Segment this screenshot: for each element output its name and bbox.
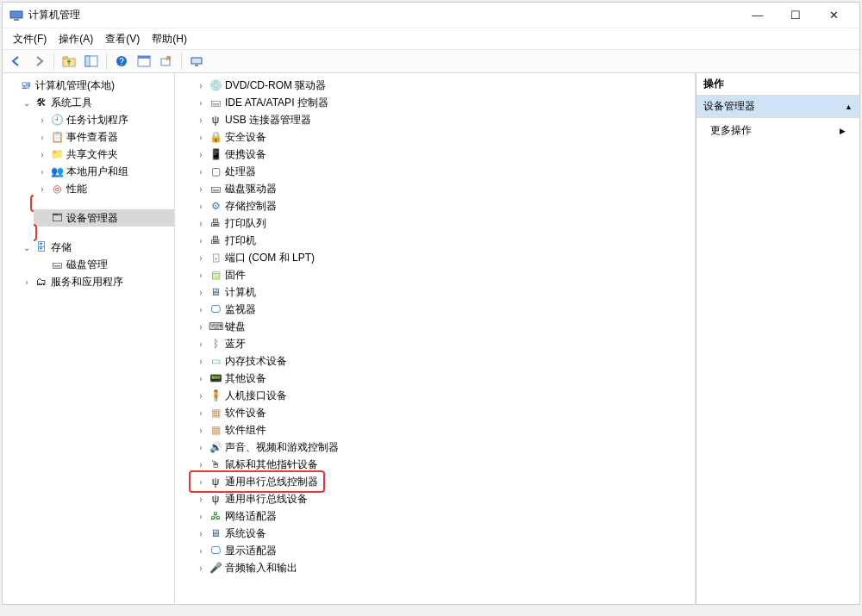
device-category[interactable]: ›⌺端口 (COM 和 LPT) <box>192 249 695 266</box>
device-category[interactable]: ›▦软件组件 <box>192 421 695 439</box>
menu-action[interactable]: 操作(A) <box>53 30 98 48</box>
device-category[interactable]: ›🔊声音、视频和游戏控制器 <box>192 439 695 456</box>
close-button[interactable]: ✕ <box>815 3 853 28</box>
minimize-button[interactable]: — <box>739 3 777 28</box>
device-category[interactable]: ›🔒安全设备 <box>192 128 695 146</box>
device-category[interactable]: ›ᛒ蓝牙 <box>192 335 695 352</box>
device-category-icon: 🖵 <box>209 544 222 557</box>
expand-icon[interactable]: › <box>196 236 206 246</box>
device-category[interactable]: ›🖥计算机 <box>192 283 695 301</box>
tree-task-scheduler[interactable]: › 🕘 任务计划程序 <box>34 111 174 128</box>
show-connections-button[interactable] <box>186 52 207 71</box>
actions-section-label: 设备管理器 <box>703 99 755 114</box>
tree-performance[interactable]: › ◎ 性能 <box>34 180 174 197</box>
tree-system-tools[interactable]: ⌄ 🛠 系统工具 <box>18 94 174 111</box>
device-category[interactable]: ›▭内存技术设备 <box>192 352 695 370</box>
device-category[interactable]: ›▦软件设备 <box>192 404 695 421</box>
expand-icon[interactable]: › <box>196 219 206 228</box>
collapse-icon[interactable]: ⌄ <box>22 243 32 252</box>
device-category[interactable]: ›🖴IDE ATA/ATAPI 控制器 <box>192 94 695 111</box>
expand-icon[interactable]: › <box>196 408 206 418</box>
device-category[interactable]: ›🎤音频输入和输出 <box>192 559 695 576</box>
tree-disk-management[interactable]: 🖴 磁盘管理 <box>34 256 174 273</box>
expand-icon[interactable]: › <box>196 305 206 314</box>
tree-root-computer-management[interactable]: 🖳 计算机管理(本地) <box>3 77 174 94</box>
expand-icon[interactable]: › <box>37 184 47 194</box>
maximize-button[interactable]: ☐ <box>777 3 815 28</box>
expand-icon[interactable]: › <box>196 81 206 90</box>
tree-services-apps[interactable]: › 🗂 服务和应用程序 <box>18 273 174 290</box>
expand-icon[interactable]: › <box>37 150 47 159</box>
expand-icon[interactable]: › <box>196 546 206 556</box>
actions-more[interactable]: 更多操作 ▶ <box>696 118 859 143</box>
tree-local-users-groups[interactable]: › 👥 本地用户和组 <box>34 163 174 180</box>
tree-storage[interactable]: ⌄ 🗄 存储 <box>18 239 174 256</box>
tree-event-viewer[interactable]: › 📋 事件查看器 <box>34 128 174 146</box>
menu-file[interactable]: 文件(F) <box>8 30 52 48</box>
expand-icon[interactable]: › <box>37 133 47 142</box>
device-category[interactable]: ›ψ通用串行总线控制器 <box>192 473 322 490</box>
device-category[interactable]: ›▤固件 <box>192 266 695 283</box>
device-category[interactable]: ›📱便携设备 <box>192 146 695 163</box>
expand-icon[interactable]: › <box>196 202 206 211</box>
device-category[interactable]: ›🖶打印机 <box>192 232 695 249</box>
expand-icon[interactable]: › <box>196 391 206 401</box>
device-category[interactable]: ›🖶打印队列 <box>192 215 695 232</box>
show-hide-tree-button[interactable] <box>81 52 102 71</box>
expand-icon[interactable]: › <box>196 426 206 435</box>
device-category[interactable]: ›▢处理器 <box>192 163 695 180</box>
device-category[interactable]: ›🧍人机接口设备 <box>192 387 695 404</box>
expand-icon[interactable]: › <box>196 184 206 194</box>
device-category-icon: ▤ <box>209 268 222 282</box>
expand-icon[interactable]: › <box>196 339 206 349</box>
expand-icon[interactable]: › <box>196 115 206 125</box>
expand-icon[interactable]: › <box>196 477 206 487</box>
expand-icon[interactable]: › <box>196 253 206 263</box>
tree-label: 存储 <box>51 240 72 255</box>
device-category[interactable]: ›🖧网络适配器 <box>192 507 695 525</box>
expand-icon[interactable]: › <box>196 271 206 280</box>
menu-help[interactable]: 帮助(H) <box>147 30 192 48</box>
device-category[interactable]: ›⚙存储控制器 <box>192 197 695 215</box>
device-category-label: 打印队列 <box>225 216 266 231</box>
device-category[interactable]: ›📟其他设备 <box>192 370 695 387</box>
tree-device-manager[interactable]: 🗔 设备管理器 <box>34 209 174 227</box>
device-category[interactable]: ›🖵监视器 <box>192 301 695 318</box>
expand-icon[interactable]: › <box>196 167 206 177</box>
expand-icon[interactable]: › <box>196 288 206 297</box>
expand-icon[interactable]: › <box>196 133 206 142</box>
refresh-button[interactable] <box>134 52 154 71</box>
device-category[interactable]: ›🖵显示适配器 <box>192 542 695 559</box>
device-category[interactable]: ›⌨键盘 <box>192 318 695 335</box>
help-button[interactable]: ? <box>111 52 132 71</box>
expand-icon[interactable]: › <box>196 374 206 383</box>
expand-icon[interactable]: › <box>196 512 206 521</box>
expand-icon[interactable]: › <box>196 150 206 159</box>
expand-icon[interactable]: › <box>196 563 206 573</box>
device-category[interactable]: ›ψ通用串行总线设备 <box>192 490 695 507</box>
menu-view[interactable]: 查看(V) <box>100 30 145 48</box>
device-category-icon: 🔒 <box>209 130 222 144</box>
expand-icon[interactable]: › <box>37 115 47 125</box>
device-category[interactable]: ›🖥系统设备 <box>192 525 695 542</box>
tree-shared-folders[interactable]: › 📁 共享文件夹 <box>34 146 174 163</box>
up-folder-button[interactable] <box>59 52 79 71</box>
forward-button[interactable] <box>28 52 49 71</box>
export-list-button[interactable] <box>156 52 177 71</box>
device-category-icon: ⌺ <box>209 251 222 264</box>
back-button[interactable] <box>6 52 27 71</box>
device-category[interactable]: ›🖴磁盘驱动器 <box>192 180 695 197</box>
collapse-icon[interactable]: ⌄ <box>22 98 32 108</box>
expand-icon[interactable]: › <box>196 460 206 470</box>
expand-icon[interactable]: › <box>22 277 32 287</box>
device-category[interactable]: ›💿DVD/CD-ROM 驱动器 <box>192 77 695 94</box>
actions-section-device-manager[interactable]: 设备管理器 ▲ <box>696 96 859 118</box>
expand-icon[interactable]: › <box>196 529 206 538</box>
expand-icon[interactable]: › <box>196 98 206 108</box>
device-category[interactable]: ›ψUSB 连接器管理器 <box>192 111 695 128</box>
expand-icon[interactable]: › <box>196 495 206 504</box>
expand-icon[interactable]: › <box>196 357 206 366</box>
expand-icon[interactable]: › <box>196 443 206 452</box>
expand-icon[interactable]: › <box>37 167 47 177</box>
expand-icon[interactable]: › <box>196 322 206 332</box>
